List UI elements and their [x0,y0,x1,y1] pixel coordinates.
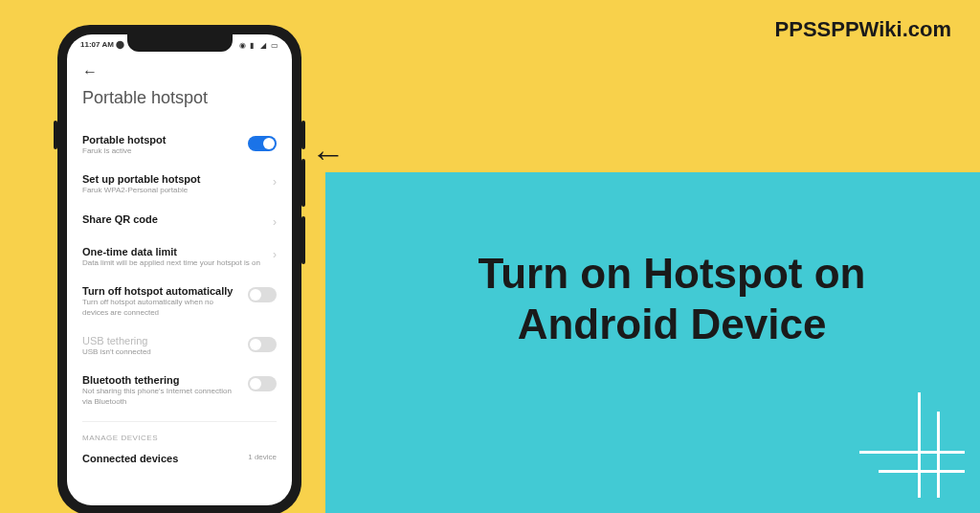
divider [82,421,277,422]
setting-subtitle: Turn off hotspot automatically when no d… [82,298,240,318]
chevron-right-icon: › [273,215,277,229]
auto-off-toggle[interactable] [248,287,277,302]
status-icons: ◉ ▮ ◢ ▭ [239,41,278,49]
setting-portable-hotspot[interactable]: Portable hotspot Faruk is active [82,125,277,165]
status-time: 11:07 AM ⬤ [80,40,124,49]
battery-icon: ▭ [271,41,278,49]
decorative-line [937,412,940,498]
decorative-line [918,392,921,498]
usb-toggle [248,337,277,352]
setting-title: USB tethering [82,335,240,346]
phone-frame: 11:07 AM ⬤ ◉ ▮ ◢ ▭ ← Portable hotspot Po… [57,25,301,513]
phone-side-button [301,216,305,264]
setting-title: Turn off hotspot automatically [82,285,240,297]
setting-title: Portable hotspot [82,134,240,145]
phone-side-button [301,159,305,207]
back-button[interactable]: ← [82,59,277,88]
decorative-line [879,470,965,473]
setting-connected-devices[interactable]: Connected devices 1 device [82,444,277,474]
setting-share-qr[interactable]: Share QR code › [82,205,277,237]
setting-usb-tethering: USB tethering USB isn't connected [82,326,277,366]
setting-subtitle: Data limit will be applied next time you… [82,258,265,268]
setting-bluetooth-tethering[interactable]: Bluetooth tethering Not sharing this pho… [82,366,277,415]
setting-title: Set up portable hotspot [82,173,265,185]
setting-title: Share QR code [82,213,265,225]
whatsapp-icon: ⬤ [116,40,124,49]
bluetooth-toggle[interactable] [248,376,277,391]
site-logo: PPSSPPWiki.com [775,17,951,42]
signal-icon: ▮ [250,41,257,49]
setting-title: Connected devices [82,453,240,464]
setting-title: Bluetooth tethering [82,374,240,386]
hotspot-icon: ◉ [239,41,247,49]
screen-content: ← Portable hotspot Portable hotspot Faru… [67,52,292,474]
page-title: Portable hotspot [82,88,277,108]
chevron-right-icon: › [273,248,277,261]
arrow-pointer-icon: ← [311,134,345,174]
section-label: MANAGE DEVICES [82,428,277,444]
setting-auto-off[interactable]: Turn off hotspot automatically Turn off … [82,277,277,326]
hotspot-toggle[interactable] [248,136,277,151]
phone-side-button [301,121,305,149]
setting-subtitle: Faruk is active [82,146,240,156]
setting-subtitle: USB isn't connected [82,347,240,357]
setting-data-limit[interactable]: One-time data limit Data limit will be a… [82,237,277,277]
device-count: 1 device [248,453,277,461]
wifi-icon: ◢ [260,41,268,49]
chevron-right-icon: › [273,175,277,189]
setting-subtitle: Not sharing this phone's Internet connec… [82,387,240,407]
main-heading: Turn on Hotspot on Android Device [421,249,923,350]
setting-setup-hotspot[interactable]: Set up portable hotspot Faruk WPA2-Perso… [82,165,277,204]
setting-subtitle: Faruk WPA2-Personal portable [82,186,265,195]
decorative-line [859,451,965,454]
phone-side-button [54,121,57,149]
phone-notch [127,34,233,52]
setting-title: One-time data limit [82,246,265,257]
phone-screen: 11:07 AM ⬤ ◉ ▮ ◢ ▭ ← Portable hotspot Po… [67,34,292,505]
